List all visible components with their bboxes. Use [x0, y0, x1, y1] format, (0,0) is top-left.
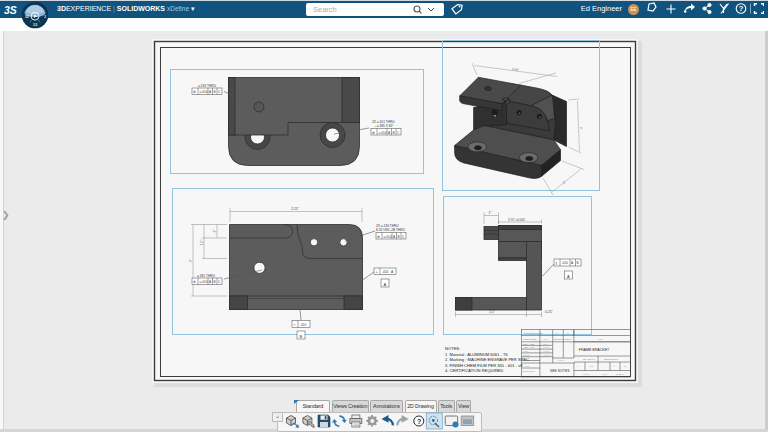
- svg-text:.010: .010: [300, 323, 306, 327]
- svg-text:1 OF 1: 1 OF 1: [616, 373, 624, 376]
- svg-text:CAD FILE X: CAD FILE X: [523, 370, 536, 373]
- svg-text:⌀.331 THRU: ⌀.331 THRU: [197, 274, 216, 278]
- svg-text:⌀.014: ⌀.014: [384, 235, 392, 239]
- svg-text:.5": .5": [213, 229, 217, 233]
- svg-text:2.25": 2.25": [291, 207, 300, 211]
- svg-text:ANG ±0.5: ANG ±0.5: [523, 346, 534, 349]
- svg-text:1. Material : ALUMINUM 6061 -: 1. Material : ALUMINUM 6061 - T6: [445, 352, 508, 357]
- svg-text:⊕: ⊕: [372, 131, 375, 135]
- svg-text:XXX: XXX: [543, 338, 548, 341]
- svg-text:NOTES:: NOTES:: [445, 346, 460, 351]
- svg-text:3. FINISH CHEM FILM PER 305 -: 3. FINISH CHEM FILM PER 305 - 601 - v8: [445, 363, 523, 368]
- svg-text:B: B: [214, 90, 216, 94]
- svg-text:1.5": 1.5": [489, 310, 496, 314]
- svg-text:B: B: [393, 131, 395, 135]
- svg-text:XX: XX: [566, 332, 570, 335]
- svg-text:⊕: ⊕: [193, 280, 196, 284]
- svg-text:XXL: XXL: [589, 365, 594, 368]
- svg-text:B: B: [214, 280, 216, 284]
- svg-text:⌀.014: ⌀.014: [200, 90, 208, 94]
- svg-text:XX: XX: [555, 332, 559, 335]
- svg-text:□: □: [294, 323, 296, 327]
- svg-text:MAT'L: MAT'L: [523, 354, 530, 357]
- svg-text:⌀.014: ⌀.014: [200, 280, 208, 284]
- svg-text:XXX: XXX: [523, 350, 528, 353]
- svg-text:XXX: XXX: [602, 373, 607, 376]
- svg-text:XXXXX: XXXXX: [543, 354, 551, 357]
- svg-text:2": 2": [189, 259, 193, 262]
- svg-text:3D DWG 12345: 3D DWG 12345: [554, 338, 572, 341]
- svg-text:UNLESS NOTED: UNLESS NOTED: [524, 332, 543, 335]
- svg-text:4. CERTIFICATION REQUIRED: 4. CERTIFICATION REQUIRED: [445, 368, 503, 373]
- svg-text:3.5: 3.5: [33, 23, 38, 27]
- svg-text:8-32 UNC-2B THRU: 8-32 UNC-2B THRU: [376, 228, 406, 232]
- svg-text:PROJ SPEC: PROJ SPEC: [523, 338, 537, 341]
- svg-text:?: ?: [417, 417, 421, 426]
- svg-text:B: B: [577, 261, 579, 265]
- svg-text:A: A: [384, 282, 387, 287]
- svg-text:⊥: ⊥: [376, 270, 379, 274]
- svg-text:XXX: XXX: [598, 338, 603, 341]
- svg-text:⌀.193 THRU: ⌀.193 THRU: [198, 84, 217, 88]
- svg-text:XXXX: XXXX: [583, 373, 590, 376]
- svg-text:FRAME BRACKET: FRAME BRACKET: [579, 348, 610, 352]
- svg-text:SWD-DFN47: SWD-DFN47: [604, 358, 619, 361]
- svg-text:3S: 3S: [4, 4, 17, 16]
- svg-text:.010: .010: [562, 261, 568, 265]
- svg-text:XXX: XXX: [543, 343, 548, 346]
- svg-text:⌄⌀.385 X 82°: ⌄⌀.385 X 82°: [374, 124, 394, 128]
- svg-text:?: ?: [739, 4, 744, 13]
- svg-text:TOL ±.005: TOL ±.005: [523, 343, 535, 346]
- svg-text:B: B: [300, 334, 303, 339]
- svg-text:XXXX: XXXX: [558, 359, 565, 362]
- svg-text:0.25": 0.25": [545, 310, 554, 314]
- svg-text:⊕: ⊕: [377, 235, 380, 239]
- svg-text:XXXX: XXXX: [543, 350, 550, 353]
- svg-text:1.5": 1.5": [200, 240, 204, 245]
- svg-text:2. Marking : MACHINE ENGRAVE P: 2. Marking : MACHINE ENGRAVE PER SPEC: [445, 357, 529, 362]
- svg-text:B: B: [398, 235, 400, 239]
- svg-text:⊕: ⊕: [193, 90, 196, 94]
- svg-text:2": 2": [579, 127, 583, 130]
- svg-text:XXX: XXX: [525, 365, 530, 368]
- svg-text:XXXX: XXXX: [543, 346, 550, 349]
- svg-text:.010: .010: [382, 270, 388, 274]
- svg-text:⌀.014: ⌀.014: [379, 131, 387, 135]
- svg-text:3.70" ±0.005: 3.70" ±0.005: [508, 218, 525, 222]
- svg-text:SEE NOTES: SEE NOTES: [550, 369, 570, 373]
- svg-text:SCALE 1:1: SCALE 1:1: [583, 358, 595, 361]
- svg-text:A: A: [567, 274, 570, 279]
